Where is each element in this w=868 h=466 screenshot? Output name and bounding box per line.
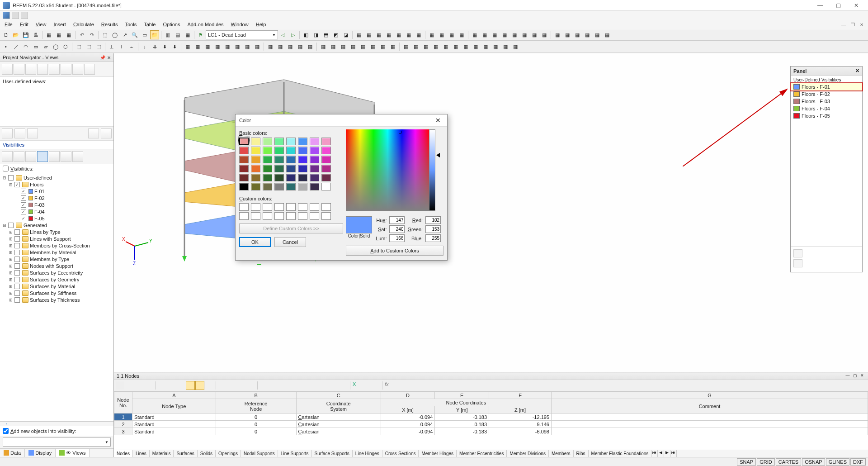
tool-icon[interactable]: ▦ xyxy=(183,42,192,51)
tree-row[interactable]: ⊞Surfaces by Thickness xyxy=(1,296,113,303)
table-tool[interactable] xyxy=(269,381,278,390)
tool-icon[interactable]: ▦ xyxy=(193,42,202,51)
basic-color-swatch[interactable] xyxy=(263,138,272,145)
tree-row[interactable]: ⊞Lines by Type xyxy=(1,228,113,235)
status-toggle[interactable]: SNAP xyxy=(737,458,756,466)
custom-color-swatch[interactable] xyxy=(239,203,249,211)
view-tool[interactable] xyxy=(2,128,13,138)
tree-row[interactable]: ✓F-01 xyxy=(1,188,113,195)
basic-color-swatch[interactable] xyxy=(274,174,284,181)
basic-color-swatch[interactable] xyxy=(251,156,260,163)
tool-icon[interactable]: 🔍 xyxy=(130,30,139,39)
qa-icon[interactable] xyxy=(21,12,28,19)
tool-icon[interactable]: ▦ xyxy=(203,42,212,51)
tree-checkbox[interactable] xyxy=(14,250,20,255)
tool-icon[interactable]: ▦ xyxy=(441,42,450,51)
prev-icon[interactable]: ◁ xyxy=(278,30,288,39)
status-toggle[interactable]: OSNAP xyxy=(802,458,825,466)
tool-icon[interactable]: ▦ xyxy=(286,42,295,51)
visibility-tree[interactable]: ⊟User-defined⊟✓Floors✓F-01✓F-02✓F-03✓F-0… xyxy=(0,173,113,421)
menu-table[interactable]: Table xyxy=(141,21,158,28)
tool-icon[interactable]: ▦ xyxy=(481,42,490,51)
tree-checkbox[interactable] xyxy=(14,229,20,235)
basic-color-swatch[interactable] xyxy=(298,138,307,145)
tree-checkbox[interactable] xyxy=(14,243,20,248)
tool-icon[interactable]: ▦ xyxy=(54,30,63,39)
table-tool[interactable] xyxy=(278,381,288,390)
tree-checkbox[interactable]: ✓ xyxy=(14,182,20,187)
panel-tool-icon[interactable] xyxy=(793,249,802,257)
tree-row[interactable]: ⊞Surfaces by Material xyxy=(1,283,113,290)
basic-color-swatch[interactable] xyxy=(310,183,319,190)
menu-window[interactable]: Window xyxy=(228,21,251,28)
qa-icon[interactable] xyxy=(12,12,19,19)
tool-icon[interactable]: ▦ xyxy=(319,42,328,51)
tool-icon[interactable]: ⚑ xyxy=(196,30,205,39)
menu-insert[interactable]: Insert xyxy=(51,21,69,28)
table-tab[interactable]: Nodal Supports xyxy=(241,450,278,457)
tool-icon[interactable]: ▦ xyxy=(593,30,602,39)
table-tool[interactable] xyxy=(246,381,255,390)
vis-btn[interactable] xyxy=(14,151,24,162)
tab-data[interactable]: Data xyxy=(0,449,25,457)
basic-color-swatch[interactable] xyxy=(239,174,249,181)
tool-icon[interactable]: ▤ xyxy=(173,30,182,39)
custom-color-swatch[interactable] xyxy=(298,212,307,220)
tool-icon[interactable]: ▦ xyxy=(253,42,262,51)
tree-checkbox[interactable]: ✓ xyxy=(21,189,26,194)
add-new-checkbox[interactable] xyxy=(3,428,9,434)
basic-color-swatch[interactable] xyxy=(251,165,260,172)
tree-checkbox[interactable] xyxy=(14,257,20,262)
tree-checkbox[interactable]: ✓ xyxy=(21,195,26,201)
table-close-icon[interactable]: ✕ xyxy=(859,373,865,379)
tool-icon[interactable]: ▦ xyxy=(384,30,393,39)
tree-row[interactable]: ⊞Surfaces by Geometry xyxy=(1,276,113,283)
minimize-button[interactable]: — xyxy=(811,0,829,11)
tool-icon[interactable]: ⬇ xyxy=(160,42,169,51)
custom-color-swatch[interactable] xyxy=(298,203,307,211)
table-tool[interactable] xyxy=(125,381,134,390)
tree-row[interactable]: ⊟User-defined xyxy=(1,174,113,181)
tool-icon[interactable]: ▦ xyxy=(470,30,479,39)
mdi-restore-icon[interactable]: ❐ xyxy=(849,21,856,28)
basic-color-swatch[interactable] xyxy=(310,165,319,172)
basic-color-swatch[interactable] xyxy=(310,138,319,145)
view-btn[interactable] xyxy=(72,64,83,75)
table-tool[interactable] xyxy=(362,381,371,390)
tool-icon[interactable]: ▦ xyxy=(364,30,373,39)
tool-icon[interactable]: ／ xyxy=(11,42,20,51)
table-tab[interactable]: Members xyxy=(549,450,574,457)
maximize-button[interactable]: ▢ xyxy=(829,0,847,11)
basic-color-swatch[interactable] xyxy=(274,156,284,163)
basic-color-swatch[interactable] xyxy=(239,138,249,145)
table-tab[interactable]: Line Supports xyxy=(278,450,312,457)
tree-row[interactable]: ✓F-05 xyxy=(1,215,113,222)
tool-icon[interactable]: ▦ xyxy=(411,42,420,51)
basic-color-swatch[interactable] xyxy=(286,147,296,154)
basic-color-swatch[interactable] xyxy=(286,183,296,190)
view-btn[interactable] xyxy=(49,64,60,75)
tree-row[interactable]: ✓F-02 xyxy=(1,195,113,201)
custom-color-swatch[interactable] xyxy=(286,203,296,211)
basic-color-swatch[interactable] xyxy=(298,174,307,181)
panel-item[interactable]: Floors - F-02 xyxy=(791,90,862,98)
ok-button[interactable]: OK xyxy=(239,237,271,247)
table-tool[interactable] xyxy=(227,381,236,390)
tool-icon[interactable]: ▦ xyxy=(563,30,572,39)
tool-icon[interactable]: ▦ xyxy=(583,30,592,39)
table-tool[interactable] xyxy=(195,381,204,390)
tool-icon[interactable]: ⊤ xyxy=(117,42,126,51)
vis-btn[interactable] xyxy=(37,151,48,162)
basic-color-swatch[interactable] xyxy=(239,156,249,163)
view-btn[interactable] xyxy=(2,64,13,75)
tool-icon[interactable]: ▦ xyxy=(603,30,612,39)
tool-icon[interactable]: ▦ xyxy=(431,42,440,51)
custom-color-swatch[interactable] xyxy=(274,212,284,220)
tab-nav[interactable]: ⏭ xyxy=(670,450,677,457)
table-tab[interactable]: Materials xyxy=(150,450,174,457)
tree-row[interactable]: ⊟Generated xyxy=(1,222,113,228)
table-tab[interactable]: Solids xyxy=(198,450,216,457)
fx-icon[interactable]: fx xyxy=(384,381,393,390)
tool-icon[interactable]: ▦ xyxy=(500,30,509,39)
table-tool[interactable] xyxy=(330,381,339,390)
